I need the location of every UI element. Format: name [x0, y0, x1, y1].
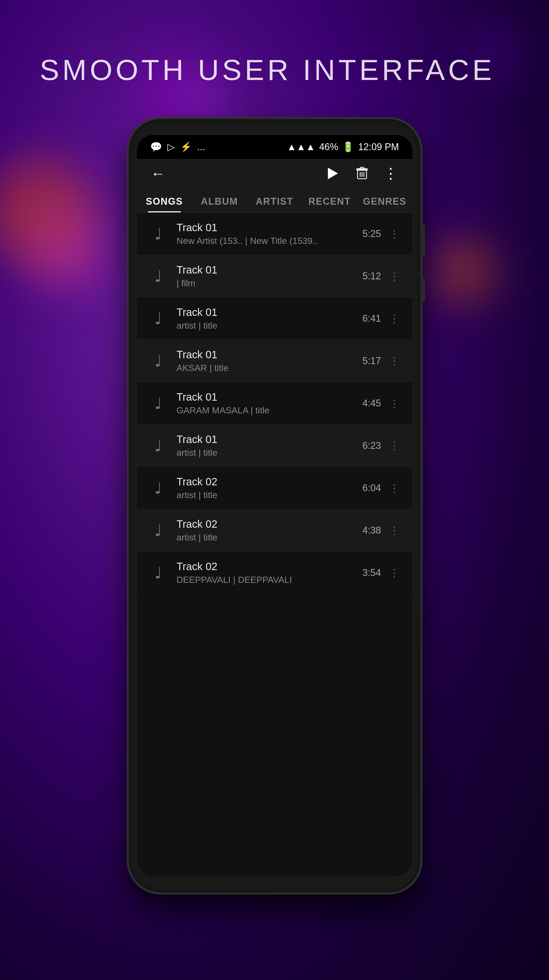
song-track: Track 01 — [177, 264, 363, 276]
status-bar: 💬 ▷ ⚡ ... ▲▲▲ 46% 🔋 12:09 PM — [137, 135, 412, 159]
song-more-button[interactable]: ⋮ — [387, 482, 402, 494]
song-duration: 5:25 — [362, 228, 381, 239]
song-track: Track 02 — [177, 476, 363, 488]
song-subtitle: | film — [177, 278, 363, 288]
song-duration: 4:38 — [362, 525, 381, 536]
song-info: Track 01 New Artist (153.. | New Title (… — [177, 222, 363, 246]
song-item[interactable]: ♩ Track 01 New Artist (153.. | New Title… — [137, 213, 412, 255]
song-note-icon: ♩ — [148, 520, 169, 541]
song-more-button[interactable]: ⋮ — [387, 567, 402, 579]
tab-album[interactable]: ALBUM — [192, 188, 247, 212]
song-subtitle: AKSAR | title — [177, 363, 363, 373]
phone-mockup: 💬 ▷ ⚡ ... ▲▲▲ 46% 🔋 12:09 PM ← — [116, 119, 434, 892]
song-note-icon: ♩ — [148, 477, 169, 499]
song-more-button[interactable]: ⋮ — [387, 524, 402, 536]
toolbar: ← ⋮ — [137, 159, 412, 188]
bg-blob-2 — [27, 212, 106, 291]
song-subtitle: artist | title — [177, 447, 363, 458]
song-more-button[interactable]: ⋮ — [387, 270, 402, 282]
song-info: Track 01 AKSAR | title — [177, 349, 363, 373]
song-more-button[interactable]: ⋮ — [387, 355, 402, 367]
song-duration: 6:41 — [362, 313, 381, 324]
song-info: Track 01 artist | title — [177, 433, 363, 458]
song-track: Track 02 — [177, 560, 363, 573]
page-title: SMOOTH USER INTERFACE — [40, 53, 495, 87]
song-note-icon: ♩ — [148, 223, 169, 244]
phone-body: 💬 ▷ ⚡ ... ▲▲▲ 46% 🔋 12:09 PM ← — [129, 119, 420, 892]
song-duration: 5:12 — [362, 270, 381, 282]
tab-genres[interactable]: GENRES — [357, 188, 412, 212]
song-note-icon: ♩ — [148, 350, 169, 372]
song-track: Track 01 — [177, 349, 363, 361]
song-item[interactable]: ♩ Track 02 artist | title 6:04 ⋮ — [137, 467, 412, 509]
battery-percent: 46% — [319, 142, 338, 153]
song-note-icon: ♩ — [148, 562, 169, 583]
song-track: Track 01 — [177, 391, 363, 403]
song-info: Track 02 artist | title — [177, 518, 363, 542]
song-subtitle: artist | title — [177, 320, 363, 331]
song-item[interactable]: ♩ Track 01 artist | title 6:41 ⋮ — [137, 298, 412, 340]
tab-songs[interactable]: SONGS — [137, 188, 192, 212]
song-note-icon: ♩ — [148, 308, 169, 329]
song-duration: 6:04 — [362, 482, 381, 493]
cast-icon: ▷ — [167, 142, 175, 153]
bg-blob-1 — [0, 159, 93, 265]
power-button[interactable] — [420, 278, 425, 302]
song-item[interactable]: ♩ Track 01 artist | title 6:23 ⋮ — [137, 425, 412, 467]
signal-icon: ▲▲▲ — [287, 142, 315, 153]
song-list: ♩ Track 01 New Artist (153.. | New Title… — [137, 213, 412, 594]
song-duration: 4:45 — [362, 398, 381, 409]
back-button[interactable]: ← — [148, 163, 169, 184]
song-note-icon: ♩ — [148, 393, 169, 414]
more-options-button[interactable]: ⋮ — [380, 163, 402, 184]
play-icon — [328, 168, 338, 179]
trash-icon — [355, 167, 369, 180]
song-item[interactable]: ♩ Track 01 | film 5:12 ⋮ — [137, 255, 412, 298]
delete-button[interactable] — [352, 163, 372, 184]
more-icon: ⋮ — [384, 165, 399, 182]
song-info: Track 02 DEEPPAVALI | DEEPPAVALI — [177, 560, 363, 585]
play-button[interactable] — [322, 163, 344, 184]
tab-artist[interactable]: ARTIST — [247, 188, 302, 212]
song-item[interactable]: ♩ Track 01 GARAM MASALA | title 4:45 ⋮ — [137, 382, 412, 425]
battery-icon: 🔋 — [342, 142, 354, 153]
song-more-button[interactable]: ⋮ — [387, 228, 402, 240]
song-info: Track 02 artist | title — [177, 476, 363, 500]
more-icon: ... — [197, 142, 205, 153]
status-icons-right: ▲▲▲ 46% 🔋 12:09 PM — [287, 142, 399, 153]
song-item[interactable]: ♩ Track 02 DEEPPAVALI | DEEPPAVALI 3:54 … — [137, 552, 412, 594]
song-info: Track 01 GARAM MASALA | title — [177, 391, 363, 415]
time-display: 12:09 PM — [358, 142, 399, 153]
song-info: Track 01 | film — [177, 264, 363, 288]
song-duration: 3:54 — [362, 567, 381, 578]
song-item[interactable]: ♩ Track 02 artist | title 4:38 ⋮ — [137, 509, 412, 552]
song-track: Track 01 — [177, 306, 363, 318]
song-item[interactable]: ♩ Track 01 AKSAR | title 5:17 ⋮ — [137, 340, 412, 382]
volume-button[interactable] — [420, 225, 425, 257]
song-more-button[interactable]: ⋮ — [387, 312, 402, 325]
bluetooth-icon: ⚡ — [180, 142, 192, 153]
song-track: Track 01 — [177, 433, 363, 445]
song-note-icon: ♩ — [148, 435, 169, 456]
tab-bar: SONGS ALBUM ARTIST RECENT GENRES — [137, 188, 412, 213]
song-more-button[interactable]: ⋮ — [387, 397, 402, 409]
song-duration: 6:23 — [362, 440, 381, 451]
song-subtitle: New Artist (153.. | New Title (1539.. — [177, 235, 363, 246]
song-note-icon: ♩ — [148, 266, 169, 287]
whatsapp-icon: 💬 — [150, 142, 162, 153]
song-duration: 5:17 — [362, 355, 381, 366]
song-track: Track 01 — [177, 222, 363, 234]
bg-blob-4 — [430, 238, 496, 304]
song-more-button[interactable]: ⋮ — [387, 439, 402, 452]
status-icons-left: 💬 ▷ ⚡ ... — [150, 142, 205, 153]
tab-recent[interactable]: RECENT — [302, 188, 357, 212]
song-subtitle: artist | title — [177, 532, 363, 542]
song-info: Track 01 artist | title — [177, 306, 363, 331]
svg-rect-2 — [360, 167, 364, 169]
song-track: Track 02 — [177, 518, 363, 530]
song-subtitle: GARAM MASALA | title — [177, 405, 363, 415]
song-subtitle: DEEPPAVALI | DEEPPAVALI — [177, 574, 363, 585]
phone-screen: 💬 ▷ ⚡ ... ▲▲▲ 46% 🔋 12:09 PM ← — [137, 135, 412, 877]
song-subtitle: artist | title — [177, 490, 363, 500]
